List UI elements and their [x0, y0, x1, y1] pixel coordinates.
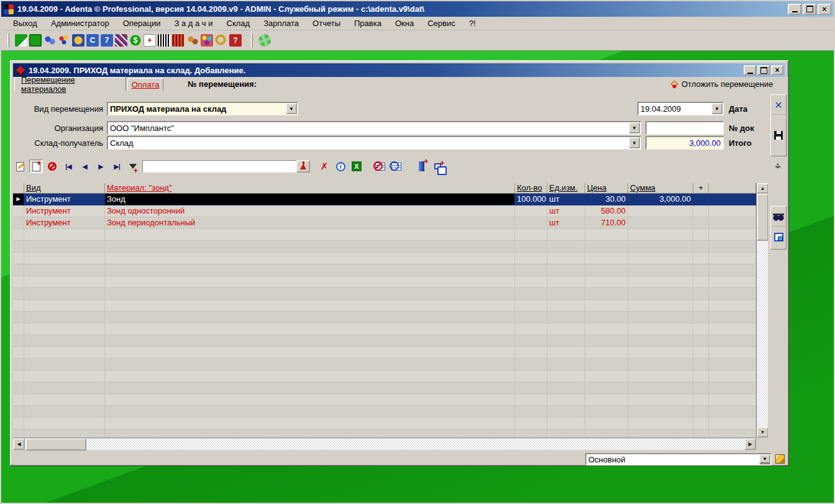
search-button[interactable]: [772, 208, 785, 227]
cell-price[interactable]: 580.00: [585, 205, 628, 217]
menu-item-exit[interactable]: Выход: [6, 17, 44, 29]
palette-icon[interactable]: [201, 34, 213, 47]
chevron-down-icon[interactable]: ▼: [286, 103, 297, 114]
cell-plus[interactable]: [693, 205, 709, 217]
cell-type[interactable]: Инструмент: [24, 205, 105, 217]
postpone-transfer-link[interactable]: Отложить перемещение: [672, 79, 773, 89]
staff-icon[interactable]: [186, 34, 199, 47]
add-record-button[interactable]: [29, 160, 43, 173]
cashbox-icon[interactable]: [172, 34, 185, 47]
cube-icon[interactable]: [775, 454, 785, 464]
first-record-button[interactable]: |◀: [62, 160, 75, 173]
column-header-sum[interactable]: Сумма: [628, 183, 693, 194]
vertical-scrollbar[interactable]: ▲ ▼: [756, 183, 768, 438]
scroll-right-button[interactable]: ▶: [744, 438, 756, 450]
next-record-button[interactable]: ▶: [94, 160, 107, 173]
chevron-down-icon[interactable]: ▼: [629, 122, 640, 133]
table-row-empty[interactable]: [13, 300, 756, 312]
menu-item-warehouse[interactable]: Склад: [220, 17, 257, 29]
warehouse-combobox[interactable]: Склад ▼: [107, 136, 641, 150]
column-header-plus[interactable]: +: [693, 183, 709, 194]
table-row-empty[interactable]: [13, 359, 756, 371]
table-row-empty[interactable]: [13, 335, 756, 347]
table-row-empty[interactable]: [13, 276, 756, 288]
menu-item-tasks[interactable]: З а д а ч и: [168, 17, 220, 29]
column-header-price[interactable]: Цена: [585, 183, 628, 194]
cell-material[interactable]: Зонд: [105, 194, 515, 205]
table-row-empty[interactable]: [13, 288, 756, 300]
table-row[interactable]: ▶ Инструмент Зонд 100.000 шт 30.00 3,000…: [13, 194, 756, 205]
new-document-icon[interactable]: [15, 34, 27, 47]
vertical-scroll-thumb[interactable]: [757, 194, 768, 241]
toolbar-grip[interactable]: [7, 34, 9, 47]
cell-type[interactable]: Инструмент: [24, 194, 105, 205]
search-input[interactable]: [142, 160, 296, 173]
chevron-down-icon[interactable]: ▼: [711, 103, 723, 114]
menu-item-reports[interactable]: Отчеты: [306, 17, 347, 29]
tab-material-transfer[interactable]: Перемещение материалов: [14, 77, 126, 91]
table-row-empty[interactable]: [13, 418, 756, 430]
add-window-button[interactable]: [431, 160, 444, 173]
clear-filter-button[interactable]: ✗: [317, 160, 331, 173]
prev-record-button[interactable]: ◀: [78, 160, 91, 173]
cancel-button[interactable]: ✕: [772, 96, 785, 115]
horizontal-scroll-thumb[interactable]: [25, 438, 86, 451]
hide-table-button[interactable]: [373, 160, 387, 173]
first-aid-icon[interactable]: +: [144, 34, 156, 47]
cell-unit[interactable]: шт: [547, 194, 585, 205]
flask-button[interactable]: [296, 160, 310, 173]
cell-plus[interactable]: [693, 194, 709, 205]
column-header-qty[interactable]: Кол-во: [515, 183, 547, 194]
table-row-empty[interactable]: [13, 229, 756, 241]
cell-material[interactable]: Зонд периодонтальный: [105, 217, 515, 229]
flower-icon[interactable]: [258, 34, 271, 47]
date-combobox[interactable]: 19.04.2009 ▼: [637, 102, 724, 115]
balloons-icon[interactable]: [58, 34, 70, 47]
chevron-down-icon[interactable]: ▼: [629, 137, 640, 148]
barcode-icon[interactable]: [158, 34, 170, 47]
cell-sum[interactable]: [628, 205, 693, 217]
table-row-empty[interactable]: [13, 371, 756, 382]
dialog-maximize-button[interactable]: [757, 65, 770, 75]
key-clock-icon[interactable]: [215, 34, 227, 47]
scroll-left-button[interactable]: ◀: [13, 438, 25, 450]
cell-price[interactable]: 710.00: [585, 217, 628, 229]
add-column-button[interactable]: [414, 160, 428, 173]
table-row-empty[interactable]: [13, 382, 756, 394]
cards-icon[interactable]: [115, 34, 127, 47]
tab-payment[interactable]: Оплата: [127, 78, 163, 91]
column-header-type[interactable]: Вид: [24, 183, 105, 194]
menu-item-help[interactable]: ?!: [462, 17, 483, 29]
cell-plus[interactable]: [693, 217, 709, 229]
dollar-icon[interactable]: $: [129, 34, 142, 47]
horizontal-scrollbar[interactable]: ◀ ▶: [13, 438, 756, 450]
table-row-empty[interactable]: [13, 241, 756, 253]
table-row-empty[interactable]: [13, 253, 756, 264]
table-row-empty[interactable]: [13, 394, 756, 406]
window-maximize-button[interactable]: [803, 4, 816, 15]
cell-qty[interactable]: 100.000: [515, 194, 547, 205]
menu-item-administrator[interactable]: Администратор: [44, 17, 116, 29]
column-header-unit[interactable]: Ед.изм.: [547, 183, 585, 194]
last-record-button[interactable]: ▶|: [110, 160, 124, 173]
material-card-button[interactable]: [772, 228, 785, 246]
scroll-down-button[interactable]: ▼: [757, 427, 768, 438]
cancel-record-button[interactable]: [45, 160, 59, 173]
doc-number-field[interactable]: [646, 121, 724, 135]
menu-item-edit[interactable]: Правка: [347, 17, 388, 29]
cell-unit[interactable]: шт: [547, 205, 585, 217]
toolbar-grip[interactable]: [251, 34, 253, 47]
cell-qty[interactable]: [515, 217, 547, 229]
table-row-empty[interactable]: [13, 406, 756, 418]
cell-qty[interactable]: [515, 205, 547, 217]
cell-type[interactable]: Инструмент: [24, 217, 105, 229]
cell-price[interactable]: 30.00: [585, 194, 628, 205]
patients-icon[interactable]: [43, 34, 56, 47]
layout-combobox[interactable]: Основной ▼: [585, 453, 772, 466]
window-minimize-button[interactable]: [788, 4, 801, 15]
window-close-button[interactable]: ×: [818, 4, 831, 15]
cell-unit[interactable]: шт: [547, 217, 585, 229]
table-row[interactable]: Инструмент Зонд односторонний шт 580.00: [13, 205, 756, 217]
cell-sum[interactable]: 3,000.00: [628, 194, 693, 205]
select-table-button[interactable]: [390, 160, 403, 173]
